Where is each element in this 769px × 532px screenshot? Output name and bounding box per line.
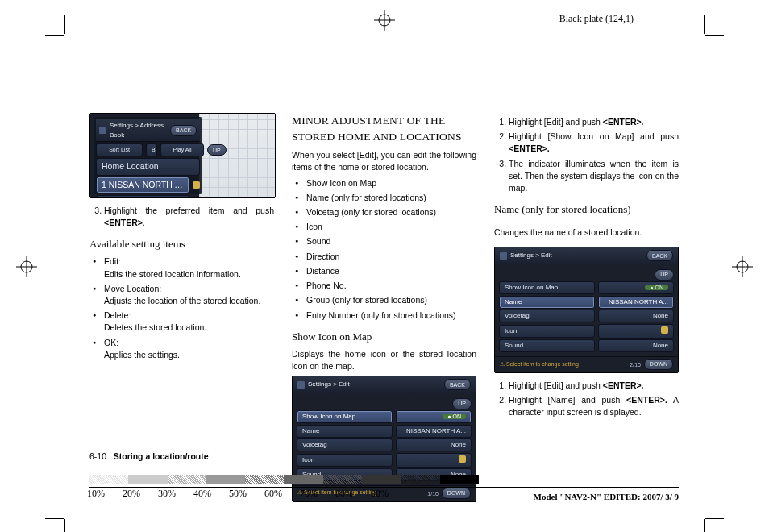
book-icon — [297, 381, 305, 389]
list-row: 1 NISSAN NORTH AMERICA (G — [96, 177, 189, 193]
setting-value: NISSAN NORTH A... — [598, 296, 674, 309]
page-counter: 2/10 — [630, 361, 641, 367]
list-item: Sound — [306, 235, 476, 247]
screenshot-address-book: Settings > Address Book BACK Sort List B… — [89, 113, 276, 198]
up-button: UP — [452, 398, 472, 409]
heading-available: Available setting items — [89, 237, 274, 252]
model-line: Model "NAV2-N" EDITED: 2007/ 3/ 9 — [89, 487, 679, 501]
list-item: Move Location:Adjusts the location of th… — [104, 283, 274, 307]
show-icon-desc: Displays the home icon or the stored loc… — [292, 348, 476, 372]
back-button: BACK — [444, 379, 471, 390]
up-button: UP — [655, 269, 674, 281]
setting-value: ● ON — [598, 281, 674, 294]
crop-mark — [64, 519, 65, 532]
crop-mark — [704, 519, 705, 532]
list-item: Voicetag (only for stored locations) — [306, 206, 476, 218]
step-list: Highlight [Edit] and push <ENTER>.Highli… — [494, 380, 679, 419]
back-button: BACK — [170, 125, 197, 136]
setting-value: NISSAN NORTH A... — [396, 425, 472, 438]
list-item: Show Icon on Map — [306, 177, 476, 189]
setting-value: ● ON — [396, 410, 472, 423]
list-item: Highlight [Name] and push <ENTER>. A cha… — [509, 394, 679, 418]
crop-mark — [45, 35, 64, 36]
list-item: Edit:Edits the stored location informati… — [104, 256, 274, 280]
sort-list-btn: Sort List — [96, 143, 143, 156]
crop-mark — [705, 35, 724, 36]
footer-hint: ⚠ Select item to change setting — [500, 361, 579, 368]
setting-value: None — [598, 339, 674, 352]
bullet-list: Show Icon on MapName (only for stored lo… — [292, 177, 476, 322]
back-button: BACK — [646, 250, 673, 261]
up-button: UP — [207, 144, 227, 156]
list-item: Group (only for stored locations) — [306, 294, 476, 306]
breadcrumb: Settings > Edit — [308, 380, 350, 389]
list-item: Highlight [Edit] and push <ENTER>. — [509, 116, 679, 128]
list-item: OK:Applies the settings. — [104, 337, 274, 361]
setting-value — [598, 324, 674, 339]
list-item: Highlight [Show Icon on Map] and push <E… — [509, 131, 679, 155]
setting-key: Voicetag — [499, 310, 595, 322]
registration-mark — [374, 10, 395, 31]
heading-minor-adjustment: MINOR ADJUSTMENT OF THE STORED HOME AND … — [292, 113, 476, 144]
setting-key: Voicetag — [297, 438, 393, 451]
setting-key: Show Icon on Map — [499, 281, 595, 294]
by-number-btn: By Number — [146, 143, 157, 156]
bullet-list: Edit:Edits the stored location informati… — [89, 256, 274, 361]
screenshot-edit-2: Settings > Edit BACK UP Show Icon on Map… — [494, 247, 679, 373]
density-bar — [89, 475, 479, 484]
map-background — [199, 114, 275, 197]
list-item: Name (only for stored locations) — [306, 192, 476, 204]
list-row: Home Location — [96, 158, 200, 175]
registration-mark — [732, 256, 753, 277]
list-item: Distance — [306, 265, 476, 277]
crop-mark — [64, 15, 65, 34]
setting-value: None — [598, 310, 674, 322]
setting-key: Show Icon on Map — [297, 410, 393, 423]
registration-mark — [16, 256, 37, 277]
name-desc: Changes the name of a stored location. — [494, 227, 679, 239]
crop-mark — [705, 518, 724, 519]
manual-page: Black plate (124,1) Settings > Address B… — [0, 0, 769, 532]
list-item: Delete:Deletes the stored location. — [104, 310, 274, 334]
list-item: Direction — [306, 251, 476, 263]
setting-key: Sound — [499, 339, 595, 352]
list-item: Highlight the preferred item and push <E… — [104, 205, 274, 229]
list-item: Icon — [306, 221, 476, 233]
list-item: Highlight [Edit] and push <ENTER>. — [509, 380, 679, 392]
list-item: The indicator illuminates when the item … — [509, 158, 679, 195]
book-icon — [500, 252, 507, 260]
list-row: 2 Granma's house — [96, 195, 189, 198]
plate-id: Black plate (124,1) — [559, 13, 634, 25]
down-button: DOWN — [644, 359, 673, 370]
column-3: Highlight [Edit] and push <ENTER>.Highli… — [494, 113, 679, 445]
list-item: Phone No. — [306, 280, 476, 292]
page-footer: 6-10 Storing a location/route — [89, 451, 679, 461]
setting-key: Icon — [499, 325, 595, 338]
column-1: Settings > Address Book BACK Sort List B… — [89, 113, 274, 445]
pin-icon — [193, 181, 200, 189]
breadcrumb: Settings > Address Book — [110, 121, 164, 139]
breadcrumb: Settings > Edit — [510, 251, 552, 260]
list-item: Entry Number (only for stored locations) — [306, 310, 476, 322]
step-list: Highlight the preferred item and push <E… — [89, 205, 274, 229]
content-columns: Settings > Address Book BACK Sort List B… — [89, 113, 679, 445]
heading-name: Name (only for stored locations) — [494, 202, 679, 218]
book-icon — [99, 127, 106, 134]
crop-mark — [45, 518, 64, 519]
crop-mark — [704, 15, 705, 34]
heading-show-icon: Show Icon on Map — [292, 330, 476, 345]
column-2: MINOR ADJUSTMENT OF THE STORED HOME AND … — [292, 113, 476, 445]
setting-key: Name — [297, 425, 393, 438]
setting-key: Name — [499, 296, 595, 309]
intro-paragraph: When you select [Edit], you can edit the… — [292, 149, 476, 173]
play-all-btn: Play All — [160, 143, 204, 156]
step-list: Highlight [Edit] and push <ENTER>.Highli… — [494, 116, 679, 194]
setting-value: None — [396, 438, 472, 451]
